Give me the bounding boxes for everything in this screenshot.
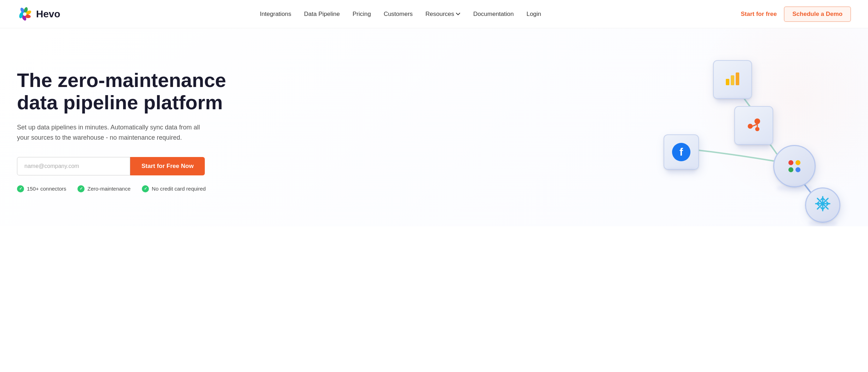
- hero-form: Start for Free Now: [17, 157, 243, 175]
- badge-zero-maintenance: Zero-maintenance: [77, 185, 131, 192]
- google-data-studio-icon: [723, 69, 742, 91]
- badge-no-credit-card: No credit card required: [142, 185, 206, 192]
- nav-resources[interactable]: Resources: [426, 11, 461, 18]
- svg-point-6: [23, 12, 27, 16]
- svg-point-27: [821, 202, 824, 205]
- logo-icon: [17, 6, 33, 22]
- start-free-now-button[interactable]: Start for Free Now: [130, 157, 205, 175]
- start-free-button[interactable]: Start for free: [741, 11, 777, 18]
- svg-point-11: [748, 124, 753, 129]
- logo[interactable]: Hevo: [17, 6, 60, 22]
- nav-login[interactable]: Login: [526, 11, 541, 18]
- svg-point-12: [755, 127, 759, 131]
- card-destination: [773, 145, 816, 187]
- chevron-down-icon: [456, 12, 461, 17]
- hero-title: The zero-maintenance data pipeline platf…: [17, 69, 243, 114]
- nav-links: Integrations Data Pipeline Pricing Custo…: [260, 11, 541, 18]
- nav-pricing[interactable]: Pricing: [353, 11, 371, 18]
- email-input[interactable]: [17, 157, 130, 175]
- check-icon-connectors: [17, 185, 24, 192]
- nav-documentation[interactable]: Documentation: [473, 11, 514, 18]
- main-nav: Hevo Integrations Data Pipeline Pricing …: [0, 0, 868, 28]
- svg-rect-8: [731, 75, 734, 85]
- hubspot-icon: [745, 116, 763, 135]
- hero-badges: 150+ connectors Zero-maintenance No cred…: [17, 185, 243, 192]
- card-hubspot: [734, 106, 773, 145]
- nav-data-pipeline[interactable]: Data Pipeline: [304, 11, 340, 18]
- card-facebook: f: [664, 134, 699, 170]
- nav-customers[interactable]: Customers: [384, 11, 413, 18]
- facebook-icon: f: [672, 143, 690, 161]
- svg-rect-7: [726, 79, 729, 85]
- check-icon-no-credit-card: [142, 185, 149, 192]
- logo-text: Hevo: [36, 8, 60, 20]
- hero-section: The zero-maintenance data pipeline platf…: [0, 28, 868, 226]
- svg-rect-9: [736, 72, 739, 85]
- svg-line-13: [752, 124, 757, 126]
- hero-subtitle: Set up data pipelines in minutes. Automa…: [17, 122, 201, 143]
- card-google-data-studio: [713, 60, 752, 99]
- hero-illustration: f: [611, 50, 851, 212]
- check-icon-zero-maintenance: [77, 185, 85, 192]
- card-snowflake: [805, 187, 840, 223]
- badge-connectors: 150+ connectors: [17, 185, 66, 192]
- nav-integrations[interactable]: Integrations: [260, 11, 291, 18]
- snowflake-icon: [814, 194, 832, 216]
- hevo-dots-icon: [788, 160, 800, 172]
- nav-actions: Start for free Schedule a Demo: [741, 6, 851, 22]
- hero-left: The zero-maintenance data pipeline platf…: [17, 69, 243, 192]
- svg-point-10: [754, 118, 760, 124]
- schedule-demo-button[interactable]: Schedule a Demo: [784, 6, 851, 22]
